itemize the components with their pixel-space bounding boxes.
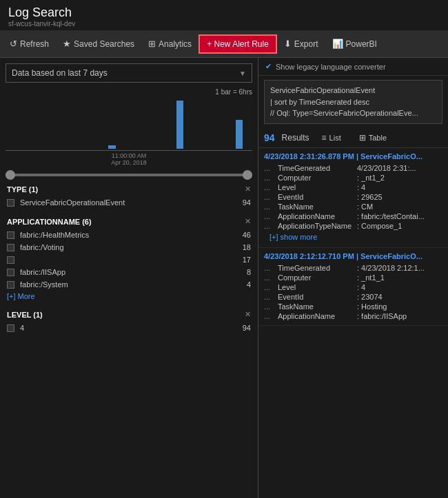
result-entry: 4/23/2018 2:31:26.878 PM | ServiceFabric… bbox=[258, 148, 448, 248]
filter-section-appname: APPLICATIONNAME (6)✕fabric:/HealthMetric… bbox=[0, 214, 258, 302]
result-expand-icon[interactable]: ... bbox=[264, 283, 278, 291]
result-expand-icon[interactable]: ... bbox=[264, 183, 278, 191]
filter-item-label: fabric:/System bbox=[20, 280, 68, 289]
result-field-value: : 23074 bbox=[357, 293, 383, 301]
result-field: ...Level: 4 bbox=[264, 282, 442, 292]
chart-area: 1 bar = 6hrs 11:00:00 AM Apr 20, 2018 bbox=[6, 88, 252, 171]
result-field-key: EventId bbox=[278, 293, 357, 301]
view-list-button[interactable]: ≡ List bbox=[316, 131, 347, 145]
filter-item[interactable]: 494 bbox=[0, 322, 258, 334]
chart-bar bbox=[210, 148, 217, 149]
result-field-value: : 4 bbox=[357, 283, 365, 291]
chart-bar bbox=[193, 148, 200, 149]
result-field: ...Computer: _nt1_2 bbox=[264, 173, 442, 183]
filter-header-appname: APPLICATIONNAME (6)✕ bbox=[0, 214, 258, 229]
chart-bar bbox=[58, 148, 65, 149]
slider-left-thumb[interactable] bbox=[6, 170, 15, 180]
powerbi-button[interactable]: 📊 PowerBI bbox=[325, 34, 384, 53]
filter-item-count: 94 bbox=[243, 198, 251, 207]
result-title[interactable]: 4/23/2018 2:31:26.878 PM | ServiceFabric… bbox=[264, 152, 442, 160]
filter-item-count: 94 bbox=[243, 324, 251, 332]
result-expand-icon[interactable]: ... bbox=[264, 212, 278, 220]
left-panel: Data based on last 7 days ▼ 1 bar = 6hrs… bbox=[0, 58, 258, 498]
filter-checkbox[interactable] bbox=[7, 269, 14, 276]
filter-checkbox[interactable] bbox=[7, 231, 14, 239]
refresh-icon: ↺ bbox=[10, 39, 17, 49]
result-field: ...TimeGenerated: 4/23/2018 2:12:1... bbox=[264, 263, 442, 273]
result-expand-icon[interactable]: ... bbox=[264, 193, 278, 201]
chart-bar bbox=[167, 148, 174, 149]
filter-more-appname[interactable]: [+] More bbox=[0, 291, 258, 302]
filter-close-type[interactable]: ✕ bbox=[245, 185, 251, 194]
filter-checkbox[interactable] bbox=[7, 281, 14, 289]
result-expand-icon[interactable]: ... bbox=[264, 273, 278, 282]
filter-item[interactable]: fabric:/Voting18 bbox=[0, 241, 258, 253]
result-field-key: TimeGenerated bbox=[278, 164, 357, 172]
filter-title-appname: APPLICATIONNAME (6) bbox=[7, 218, 92, 226]
filter-item[interactable]: fabric:/HealthMetrics46 bbox=[0, 229, 258, 241]
export-button[interactable]: ⬇ Export bbox=[277, 34, 325, 53]
result-expand-icon[interactable]: ... bbox=[264, 174, 278, 182]
chart-xaxis: 11:00:00 AM Apr 20, 2018 bbox=[6, 152, 252, 166]
result-field: ...ApplicationName: fabric:/IISApp bbox=[264, 311, 442, 321]
results-bar: 94 Results ≡ List ⊞ Table bbox=[258, 128, 448, 148]
filter-section-level: LEVEL (1)✕494 bbox=[0, 307, 258, 334]
result-expand-icon[interactable]: ... bbox=[264, 164, 278, 172]
powerbi-icon: 📊 bbox=[332, 39, 343, 49]
filter-item-count: 17 bbox=[243, 256, 251, 264]
results-label: Results bbox=[282, 133, 309, 143]
app-title: Log Search bbox=[8, 6, 440, 20]
filter-checkbox[interactable] bbox=[7, 199, 14, 207]
filter-checkbox[interactable] bbox=[7, 256, 14, 264]
date-selector[interactable]: Data based on last 7 days ▼ bbox=[6, 63, 252, 83]
result-expand-icon[interactable]: ... bbox=[264, 203, 278, 211]
filter-close-level[interactable]: ✕ bbox=[245, 310, 251, 319]
result-field-value: : Compose_1 bbox=[357, 222, 402, 230]
chart-bar bbox=[32, 148, 39, 149]
show-more-button[interactable]: [+] show more bbox=[264, 231, 442, 243]
result-expand-icon[interactable]: ... bbox=[264, 302, 278, 311]
filter-close-appname[interactable]: ✕ bbox=[245, 217, 251, 226]
filter-item-count: 8 bbox=[247, 268, 251, 276]
filter-checkbox[interactable] bbox=[7, 244, 14, 251]
analytics-button[interactable]: ⊞ Analytics bbox=[141, 34, 198, 53]
filter-item[interactable]: ServiceFabricOperationalEvent94 bbox=[0, 196, 258, 209]
chart-bar bbox=[49, 148, 56, 149]
slider-track[interactable] bbox=[6, 174, 252, 176]
chart-bar bbox=[92, 148, 99, 149]
chart-legend: 1 bar = 6hrs bbox=[6, 88, 252, 96]
result-field-value: : 29625 bbox=[357, 193, 383, 201]
result-field-key: Computer bbox=[278, 174, 357, 182]
chevron-down-icon: ▼ bbox=[239, 70, 246, 77]
filter-item-label: fabric:/HealthMetrics bbox=[20, 231, 89, 239]
filter-item-label: 4 bbox=[20, 324, 24, 332]
result-expand-icon[interactable]: ... bbox=[264, 312, 278, 320]
result-field-value: : 4 bbox=[357, 183, 365, 191]
chart-bar bbox=[117, 148, 124, 149]
view-table-button[interactable]: ⊞ Table bbox=[354, 131, 392, 145]
saved-searches-button[interactable]: ★ Saved Searches bbox=[56, 34, 141, 53]
filter-item-label: fabric:/Voting bbox=[20, 243, 64, 251]
chart-bar bbox=[83, 148, 90, 149]
header: Log Search sf-wcus-tanvir-kql-dev bbox=[0, 0, 448, 30]
list-icon: ≡ bbox=[322, 133, 327, 143]
chart-bar bbox=[159, 148, 166, 149]
result-field: ...Computer: _nt1_1 bbox=[264, 273, 442, 282]
result-title[interactable]: 4/23/2018 2:12:12.710 PM | ServiceFabric… bbox=[264, 252, 442, 260]
result-expand-icon[interactable]: ... bbox=[264, 293, 278, 301]
result-expand-icon[interactable]: ... bbox=[264, 264, 278, 272]
result-expand-icon[interactable]: ... bbox=[264, 222, 278, 230]
filter-item[interactable]: fabric:/IISApp8 bbox=[0, 266, 258, 278]
legacy-toggle[interactable]: ✔ Show legacy language converter bbox=[258, 58, 448, 76]
chart-bar bbox=[218, 148, 225, 149]
filter-item[interactable]: fabric:/System4 bbox=[0, 278, 258, 291]
chart-bar bbox=[151, 148, 158, 149]
new-alert-button[interactable]: + New Alert Rule bbox=[198, 34, 277, 54]
slider-right-thumb[interactable] bbox=[243, 170, 252, 180]
refresh-button[interactable]: ↺ Refresh bbox=[3, 34, 56, 53]
result-field-key: ApplicationName bbox=[278, 312, 357, 320]
filter-checkbox[interactable] bbox=[7, 324, 14, 332]
table-icon: ⊞ bbox=[359, 133, 366, 143]
filter-item[interactable]: 17 bbox=[0, 253, 258, 266]
legacy-check-icon: ✔ bbox=[265, 62, 272, 71]
